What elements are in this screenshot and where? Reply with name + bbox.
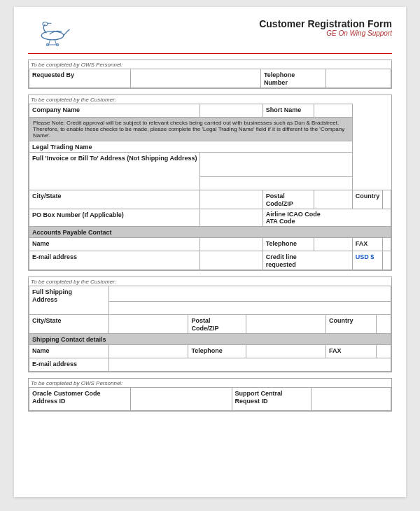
fax-input-cell[interactable]: [383, 238, 391, 251]
oracle-row: Oracle Customer CodeAddress ID Support C…: [29, 388, 391, 411]
po-box-label: PO Box Number (If Applicable): [32, 211, 124, 218]
invoice-address-input-cell[interactable]: [200, 153, 352, 177]
name-telephone-fax-row: Name Telephone FAX: [29, 238, 391, 251]
email-input-cell[interactable]: [200, 251, 262, 270]
name-input-cell[interactable]: [200, 238, 262, 251]
shipping-name-tel-row: Name Telephone FAX: [29, 345, 391, 358]
telephone-number-input[interactable]: [329, 71, 388, 80]
form-subtitle: GE On Wing Support: [259, 29, 392, 37]
usd-input[interactable]: [386, 253, 388, 262]
shipping-country-input-cell[interactable]: [377, 315, 391, 334]
postal-label-cell: PostalCode/ZIP: [262, 190, 314, 209]
shipping-contact-label-cell: Shipping Contact details: [29, 334, 391, 345]
po-box-label-cell: PO Box Number (If Applicable): [29, 209, 200, 227]
invoice-address-input[interactable]: [203, 154, 349, 175]
shipping-email-input[interactable]: [112, 360, 388, 370]
support-request-label-cell: Support CentralRequest ID: [232, 388, 312, 411]
shipping-postal-label: PostalCode/ZIP: [191, 317, 218, 332]
accounts-payable-row: Accounts Payable Contact: [29, 227, 391, 238]
company-name-input-cell[interactable]: [200, 104, 262, 118]
city-state-input-cell[interactable]: [200, 190, 262, 209]
usd-label: USD $: [356, 253, 374, 260]
telephone-input-cell[interactable]: [314, 238, 353, 251]
requested-by-input-cell[interactable]: [130, 69, 260, 88]
country-label: Country: [356, 192, 380, 200]
oracle-id-label: Oracle Customer CodeAddress ID: [32, 390, 101, 405]
company-name-label: Company Name: [32, 106, 80, 113]
shipping-city-input[interactable]: [112, 316, 186, 326]
requested-by-input[interactable]: [134, 71, 258, 80]
shipping-telephone-input[interactable]: [249, 346, 323, 356]
telephone-label: Telephone: [266, 240, 297, 247]
oracle-id-input-cell[interactable]: [130, 388, 232, 411]
section4-label: To be completed by OWS Personnel:: [29, 379, 391, 387]
shipping-city-input-cell[interactable]: [108, 315, 188, 334]
email-credit-row: E-mail address Credit linerequested USD …: [29, 251, 391, 270]
fax-input[interactable]: [386, 239, 388, 249]
shipping-email-input-cell[interactable]: [108, 358, 391, 372]
usd-input-cell[interactable]: [383, 251, 391, 270]
country-input[interactable]: [386, 192, 388, 202]
invoice-address-input2-cell[interactable]: [200, 177, 352, 190]
shipping-fax-input[interactable]: [379, 346, 388, 356]
company-name-input[interactable]: [203, 106, 259, 115]
shipping-name-input[interactable]: [112, 346, 186, 356]
short-name-input[interactable]: [317, 106, 349, 115]
po-box-input[interactable]: [203, 211, 259, 220]
telephone-number-input-cell[interactable]: [326, 69, 391, 88]
postal-code-input[interactable]: [317, 192, 349, 202]
shipping-city-row: City/State PostalCode/ZIP Country: [29, 315, 391, 334]
shipping-address-input2[interactable]: [112, 303, 388, 313]
email-input[interactable]: [203, 253, 259, 262]
shipping-postal-label-cell: PostalCode/ZIP: [188, 315, 246, 334]
shipping-postal-input-cell[interactable]: [246, 315, 326, 334]
name-label-cell: Name: [29, 238, 200, 251]
name-label: Name: [32, 240, 50, 247]
telephone-number-label: TelephoneNumber: [264, 71, 295, 86]
requested-by-row: Requested By TelephoneNumber: [29, 69, 391, 88]
shipping-postal-input[interactable]: [249, 316, 323, 326]
shipping-country-label-cell: Country: [326, 315, 376, 334]
telephone-input[interactable]: [317, 239, 349, 249]
shipping-country-input[interactable]: [379, 316, 388, 326]
section1-label: To be completed by OWS Personnel:: [29, 60, 391, 69]
city-postal-country-row: City/State PostalCode/ZIP Country: [29, 190, 391, 209]
full-shipping-address-label: Full ShippingAddress: [32, 288, 72, 303]
usd-label-cell: USD $: [352, 251, 383, 270]
shipping-name-input-cell[interactable]: [108, 345, 188, 358]
svg-line-3: [49, 40, 50, 44]
short-name-label-cell: Short Name: [262, 104, 314, 118]
short-name-input-cell[interactable]: [314, 104, 353, 118]
support-request-input[interactable]: [314, 389, 388, 409]
shipping-telephone-input-cell[interactable]: [246, 345, 326, 358]
shipping-country-label: Country: [329, 317, 354, 324]
invoice-address-input2[interactable]: [203, 178, 349, 188]
title-area: Customer Registration Form GE On Wing Su…: [259, 18, 392, 37]
shipping-address-input[interactable]: [112, 288, 388, 298]
name-input[interactable]: [203, 239, 259, 249]
country-input-cell[interactable]: [383, 190, 391, 209]
oracle-id-input[interactable]: [134, 389, 229, 409]
email-label-cell: E-mail address: [29, 251, 200, 270]
po-box-input-cell[interactable]: [200, 209, 262, 227]
credit-line-label: Credit linerequested: [266, 253, 297, 268]
city-state-input[interactable]: [203, 192, 259, 202]
page: Customer Registration Form GE On Wing Su…: [14, 7, 406, 497]
invoice-address-row: Full 'Invoice or Bill To' Address (Not S…: [29, 153, 391, 177]
svg-line-4: [55, 40, 57, 44]
shipping-contact-row: Shipping Contact details: [29, 334, 391, 345]
note-cell: Please Note: Credit approval will be sub…: [29, 118, 353, 141]
note-text: Please Note: Credit approval will be sub…: [33, 120, 344, 139]
support-request-input-cell[interactable]: [312, 388, 391, 411]
airline-icao-label: Airline ICAO Code: [266, 211, 388, 218]
shipping-address-label-cell: Full ShippingAddress: [29, 286, 109, 315]
invoice-address-label: Full 'Invoice or Bill To' Address (Not S…: [32, 155, 197, 162]
shipping-fax-input-cell[interactable]: [377, 345, 391, 358]
credit-line-label-cell: Credit linerequested: [262, 251, 352, 270]
short-name-label: Short Name: [266, 106, 302, 113]
email-label: E-mail address: [32, 253, 77, 260]
shipping-address-input-cell[interactable]: [108, 286, 391, 302]
shipping-address-input2-cell[interactable]: [108, 302, 391, 315]
postal-input-cell[interactable]: [314, 190, 353, 209]
section-oracle: To be completed by OWS Personnel: Oracle…: [28, 378, 392, 412]
